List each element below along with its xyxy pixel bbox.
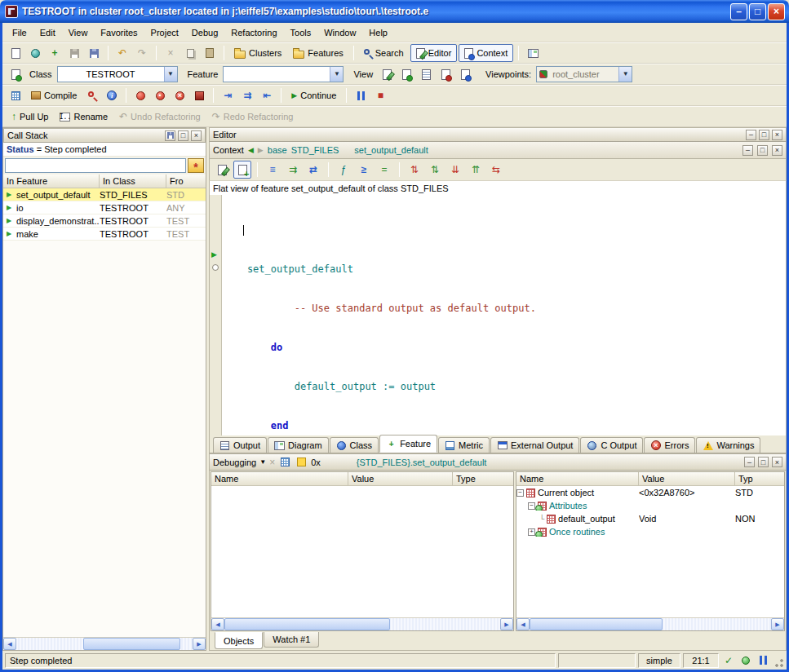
close-button[interactable] (768, 3, 785, 20)
object-row-once-routines[interactable]: Once routines (516, 525, 784, 538)
enable-breakpoints-button[interactable] (131, 86, 149, 104)
feature-edit-button[interactable] (213, 161, 231, 179)
history-back-button[interactable] (248, 147, 254, 154)
scroll-thumb[interactable] (83, 638, 180, 650)
menu-help[interactable]: Help (362, 25, 394, 40)
call-stack-row[interactable]: display_demonstrat... TESTROOT TEST (3, 214, 206, 228)
flat-view-button[interactable]: ≡ (264, 161, 281, 179)
remove-breakpoints-button[interactable] (171, 86, 188, 104)
breadcrumb-base[interactable]: base (268, 145, 287, 155)
class-dropdown-button[interactable] (164, 67, 177, 82)
undo-refactoring-button[interactable]: Undo Refactoring (114, 108, 206, 126)
context-toggle-button[interactable]: Context (459, 44, 513, 62)
feature-dropdown-button[interactable] (330, 67, 343, 82)
features-button[interactable]: Features (288, 44, 348, 62)
watch-column-name[interactable]: Name (211, 472, 348, 485)
tab-class[interactable]: Class (330, 437, 379, 453)
tab-external-output[interactable]: External Output (490, 437, 579, 453)
scroll-left-button[interactable] (211, 618, 224, 630)
debugging-menu-button[interactable] (259, 459, 266, 466)
history-forward-button[interactable] (258, 147, 264, 154)
call-stack-row[interactable]: set_output_default STD_FILES STD (3, 188, 206, 201)
call-stack-hscrollbar[interactable] (3, 637, 206, 650)
scroll-right-button[interactable] (193, 638, 206, 650)
scroll-thumb[interactable] (224, 618, 390, 630)
collapse-icon[interactable] (528, 502, 535, 510)
breakpoint-slot-icon[interactable] (212, 264, 219, 271)
pull-up-button[interactable]: Pull Up (7, 108, 53, 126)
editor-toggle-button[interactable]: Editor (410, 44, 458, 62)
info-button[interactable] (103, 86, 121, 104)
contract-view-button[interactable]: ⇄ (304, 161, 322, 179)
object-row-attributes[interactable]: Attributes (516, 499, 784, 512)
tab-c-output[interactable]: C Output (580, 437, 643, 453)
menu-favorites[interactable]: Favorites (94, 25, 144, 40)
undo-button[interactable] (113, 44, 131, 62)
project-settings-button[interactable] (7, 86, 24, 104)
column-in-feature[interactable]: In Feature (3, 175, 100, 188)
menu-debug[interactable]: Debug (185, 25, 224, 40)
new-item-button[interactable]: + (46, 44, 64, 62)
viewpoints-dropdown-button[interactable] (618, 67, 632, 82)
ancestors-button[interactable]: ⇅ (406, 161, 423, 179)
call-stack-row[interactable]: make TESTROOT TEST (3, 228, 206, 241)
save-stack-button[interactable] (165, 130, 175, 141)
scroll-right-button[interactable] (771, 618, 784, 630)
breakpoints-tool-button[interactable] (190, 86, 208, 104)
scroll-track[interactable] (530, 618, 771, 630)
hex-format-button[interactable] (295, 456, 308, 469)
tab-objects[interactable]: Objects (215, 632, 263, 649)
column-from[interactable]: Fro (166, 175, 206, 188)
redo-refactoring-button[interactable]: Redo Refactoring (207, 108, 299, 126)
homonyms-button[interactable]: ⇆ (487, 161, 505, 179)
stack-depth-button[interactable] (188, 158, 204, 173)
scroll-left-button[interactable] (516, 618, 530, 630)
object-row-current[interactable]: Current object <0x32A8760> STD (516, 486, 784, 499)
view-editor-button[interactable] (378, 65, 396, 83)
continue-button[interactable]: Continue (286, 86, 341, 104)
search-button[interactable]: Search (359, 44, 409, 62)
tab-output[interactable]: Output (213, 437, 267, 453)
debugging-maximize-button[interactable] (758, 457, 769, 467)
call-stack-maximize-button[interactable] (178, 130, 188, 141)
debugging-clear-button[interactable] (269, 458, 275, 467)
editor-maximize-button[interactable] (759, 130, 769, 140)
maximize-button[interactable] (749, 3, 766, 20)
feature-new-button[interactable] (233, 161, 251, 179)
save-all-button[interactable] (85, 44, 103, 62)
breadcrumb-class[interactable]: STD_FILES (291, 145, 339, 155)
scroll-track[interactable] (16, 638, 193, 650)
call-stack-close-button[interactable] (191, 130, 202, 141)
assigner-view-button[interactable]: = (375, 161, 393, 179)
clusters-button[interactable]: Clusters (229, 44, 286, 62)
menu-project[interactable]: Project (144, 25, 185, 40)
code-area[interactable]: set_output_default -- Use standard outpu… (209, 195, 787, 435)
editor-gutter[interactable] (210, 195, 222, 435)
tab-watch-1[interactable]: Watch #1 (264, 632, 319, 648)
scroll-track[interactable] (224, 618, 500, 630)
save-button[interactable] (65, 44, 83, 62)
objects-hscrollbar[interactable] (516, 617, 784, 630)
class-input[interactable] (58, 69, 164, 79)
stack-filter-input[interactable] (5, 158, 186, 173)
menu-edit[interactable]: Edit (33, 25, 62, 40)
tab-errors[interactable]: Errors (644, 437, 695, 453)
once-view-button[interactable]: ≥ (355, 161, 373, 179)
menu-refactoring[interactable]: Refactoring (224, 25, 283, 40)
context-maximize-button[interactable] (757, 145, 768, 156)
collapse-icon[interactable] (516, 489, 524, 497)
editor-close-button[interactable] (772, 130, 782, 140)
call-stack-row[interactable]: io TESTROOT ANY (3, 201, 206, 214)
view-interface-button[interactable] (456, 65, 474, 83)
search-error-button[interactable] (83, 86, 101, 104)
context-minimize-button[interactable] (742, 145, 753, 156)
object-grid-button[interactable] (278, 456, 291, 469)
menu-tools[interactable]: Tools (284, 25, 318, 40)
view-flat-button[interactable] (417, 65, 435, 83)
objects-column-type[interactable]: Typ (735, 472, 784, 485)
code-editor[interactable]: set_output_default -- Use standard outpu… (222, 195, 786, 435)
titlebar[interactable]: TESTROOT in cluster root_cluster located… (0, 0, 789, 23)
clickable-view-button[interactable]: ⇉ (284, 161, 302, 179)
tab-metric[interactable]: Metric (438, 437, 490, 453)
breadcrumb-feature[interactable]: set_output_default (354, 145, 428, 155)
